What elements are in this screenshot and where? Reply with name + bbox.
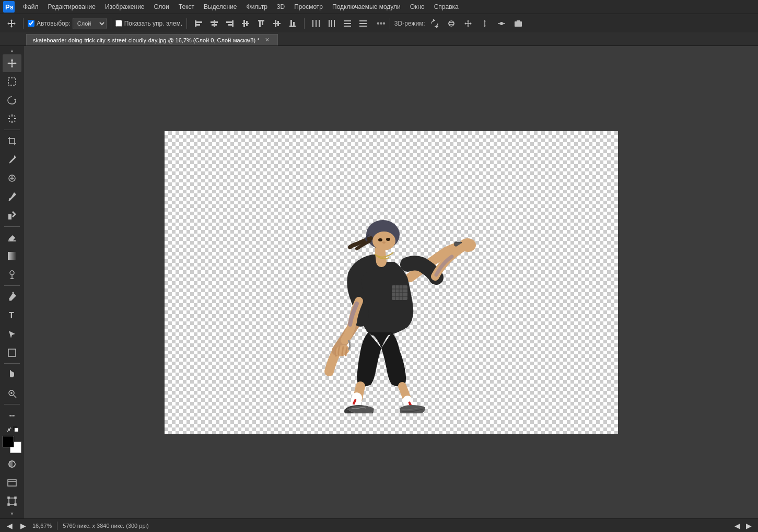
screen-mode-button[interactable] xyxy=(3,474,21,492)
artboard-button[interactable] xyxy=(3,492,21,510)
status-bar: ◀ ▶ 16,67% 5760 пикс. x 3840 пикс. (300 … xyxy=(0,518,758,532)
gradient-tool-button[interactable] xyxy=(3,247,21,265)
3d-scale-button[interactable] xyxy=(494,16,509,31)
more-options-button[interactable]: ••• xyxy=(377,19,386,28)
autoselect-label: Автовыбор: xyxy=(37,20,71,27)
status-sep-1 xyxy=(57,522,57,530)
align-top-button[interactable] xyxy=(254,16,269,31)
menu-window[interactable]: Окно xyxy=(406,2,429,11)
prev-arrow-button[interactable]: ◀ xyxy=(5,522,14,530)
zoom-tool-button[interactable] xyxy=(3,385,21,402)
align-horizontal-button[interactable] xyxy=(238,16,253,31)
svg-rect-74 xyxy=(8,497,9,499)
svg-rect-28 xyxy=(344,20,351,21)
toolbar-scroll-up[interactable]: ▲ xyxy=(10,48,15,53)
distribute-center-button[interactable] xyxy=(324,16,339,31)
default-colors-icon[interactable] xyxy=(13,426,18,432)
show-controls-label: Показать упр. элем. xyxy=(124,20,182,27)
hand-tool-button[interactable] xyxy=(3,366,21,384)
autoselect-checkbox[interactable] xyxy=(28,20,34,27)
shape-tool-button[interactable] xyxy=(3,344,21,362)
swap-colors-icon[interactable] xyxy=(6,426,12,433)
svg-rect-7 xyxy=(232,20,234,27)
move-tool-button[interactable] xyxy=(3,54,21,72)
align-center-h-button[interactable] xyxy=(207,16,221,31)
dodge-tool-button[interactable] xyxy=(3,266,21,284)
extra-tools-button[interactable]: ••• xyxy=(3,407,21,424)
svg-point-58 xyxy=(9,299,11,300)
next-arrow-button[interactable]: ▶ xyxy=(19,522,27,530)
menu-view[interactable]: Просмотр xyxy=(290,2,327,11)
eraser-tool-button[interactable] xyxy=(3,229,21,247)
menu-3d[interactable]: 3D xyxy=(273,2,289,11)
menu-edit[interactable]: Редактирование xyxy=(44,2,100,11)
align-right-button[interactable] xyxy=(223,16,237,31)
3d-orbit-button[interactable] xyxy=(444,16,459,31)
svg-rect-2 xyxy=(195,21,202,23)
toolbar-sep-4 xyxy=(304,18,305,29)
3d-mode-label: 3D-режим: xyxy=(394,20,425,27)
svg-point-88 xyxy=(372,232,395,250)
menu-image[interactable]: Изображение xyxy=(101,2,149,11)
svg-rect-75 xyxy=(15,497,16,499)
svg-rect-54 xyxy=(8,252,16,260)
menu-layers[interactable]: Слои xyxy=(150,2,173,11)
svg-point-52 xyxy=(9,200,10,201)
type-tool-button[interactable]: T xyxy=(3,307,21,325)
status-next-button[interactable]: ▶ xyxy=(744,522,753,530)
tab-close-button[interactable]: ✕ xyxy=(264,37,271,44)
magic-wand-tool-button[interactable] xyxy=(3,110,21,128)
svg-rect-12 xyxy=(246,21,248,26)
healing-brush-tool-button[interactable] xyxy=(3,169,21,187)
distribute-right-button[interactable] xyxy=(340,16,355,31)
toolbar-scroll-down[interactable]: ▼ xyxy=(10,511,15,516)
crop-tool-button[interactable] xyxy=(3,132,21,150)
3d-slide-button[interactable] xyxy=(477,16,492,31)
3d-camera-button[interactable] xyxy=(511,16,526,31)
quick-mask-button[interactable] xyxy=(3,455,21,473)
autoselect-dropdown[interactable]: Слой Группа xyxy=(73,18,107,29)
canvas-area xyxy=(24,46,758,518)
toolbar-sep-2 xyxy=(111,18,111,29)
distribute-top-button[interactable] xyxy=(356,16,370,31)
zoom-level: 16,67% xyxy=(32,523,52,529)
main-layout: ▲ xyxy=(0,46,758,518)
status-prev-button[interactable]: ◀ xyxy=(733,522,741,530)
pen-tool-button[interactable] xyxy=(3,288,21,306)
move-tool-options-icon xyxy=(4,16,19,31)
svg-rect-26 xyxy=(331,20,332,27)
marquee-tool-button[interactable] xyxy=(3,73,21,91)
align-bottom-button[interactable] xyxy=(285,16,300,31)
menu-text[interactable]: Текст xyxy=(174,2,199,11)
toolbar-sep-3 xyxy=(186,18,187,29)
options-bar: Автовыбор: Слой Группа Показать упр. эле… xyxy=(0,14,758,32)
svg-rect-67 xyxy=(15,428,18,432)
menu-help[interactable]: Справка xyxy=(430,2,463,11)
tool-sep-5 xyxy=(4,404,20,404)
svg-rect-3 xyxy=(195,24,200,26)
svg-point-55 xyxy=(10,271,14,275)
left-toolbar: ▲ xyxy=(0,46,24,518)
svg-rect-22 xyxy=(312,20,313,27)
brush-tool-button[interactable] xyxy=(3,188,21,206)
ps-canvas[interactable] xyxy=(165,131,618,434)
align-middle-button[interactable] xyxy=(270,16,284,31)
eyedropper-tool-button[interactable] xyxy=(3,151,21,169)
menu-filter[interactable]: Фильтр xyxy=(242,2,272,11)
menu-file[interactable]: Файл xyxy=(19,2,43,11)
active-document-tab[interactable]: skateboarder-doing-trick-city-s-street-c… xyxy=(26,34,278,45)
clone-stamp-tool-button[interactable] xyxy=(3,206,21,224)
3d-rotate-button[interactable] xyxy=(427,16,442,31)
menu-select[interactable]: Выделение xyxy=(200,2,241,11)
lasso-tool-button[interactable] xyxy=(3,91,21,109)
svg-point-91 xyxy=(382,241,386,244)
show-controls-checkbox[interactable] xyxy=(115,20,122,27)
path-selection-tool-button[interactable] xyxy=(3,325,21,343)
3d-pan-button[interactable] xyxy=(461,16,475,31)
svg-rect-21 xyxy=(293,22,295,27)
menu-plugins[interactable]: Подключаемые модули xyxy=(328,2,405,11)
tab-title: skateboarder-doing-trick-city-s-street-c… xyxy=(33,37,260,43)
foreground-color-swatch[interactable] xyxy=(3,436,14,447)
align-left-button[interactable] xyxy=(191,16,206,31)
distribute-left-button[interactable] xyxy=(309,16,323,31)
